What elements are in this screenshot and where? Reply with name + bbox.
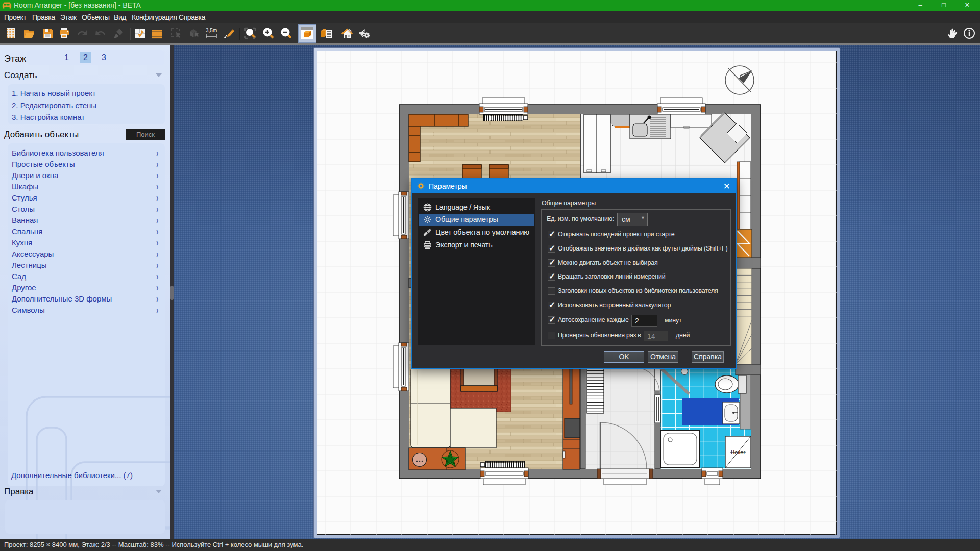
svg-text:3,5m: 3,5m [206, 28, 217, 33]
